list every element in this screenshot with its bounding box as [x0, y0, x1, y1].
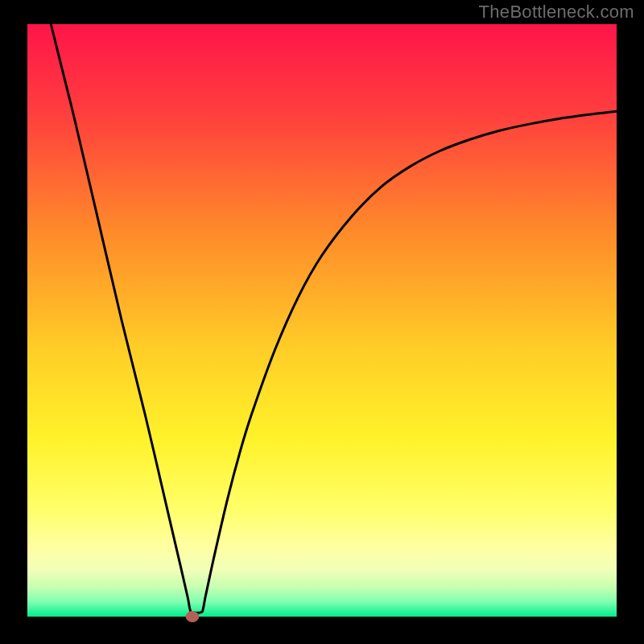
- plot-area: [27, 24, 617, 617]
- attribution-label: TheBottleneck.com: [479, 2, 634, 23]
- chart-container: TheBottleneck.com: [0, 0, 644, 644]
- bottleneck-chart: [0, 0, 644, 644]
- optimum-marker-icon: [186, 612, 199, 622]
